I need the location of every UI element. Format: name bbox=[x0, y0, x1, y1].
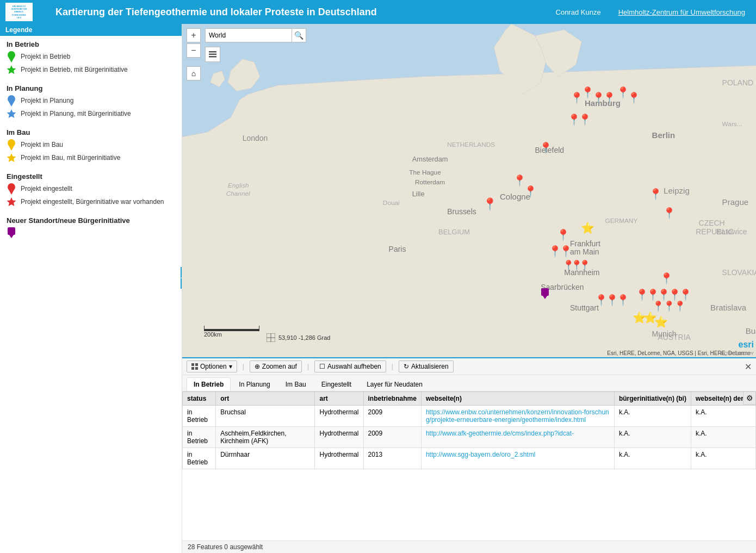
table-container[interactable]: ⚙ status ort art inbetriebnahme webseite… bbox=[182, 392, 756, 540]
webseite-link[interactable]: http://www.afk-geothermie.de/cms/index.p… bbox=[426, 430, 574, 437]
svg-text:POLAND: POLAND bbox=[722, 78, 753, 87]
clear-selection-button[interactable]: ☐ Auswahl aufheben bbox=[314, 361, 386, 372]
coords-text: 53,910 -1,286 Grad bbox=[278, 334, 330, 341]
cell-webseite: https://www.enbw.co/unternehmen/konzern/… bbox=[421, 406, 614, 427]
marker-red-muc1[interactable]: 📍 bbox=[652, 300, 664, 312]
marker-green-stutt[interactable]: 📍 bbox=[579, 259, 591, 271]
webseite-link[interactable]: http://www.sgg-bayern.de/oro_2.shtml bbox=[426, 451, 535, 458]
zoom-to-button[interactable]: ⊕ Zoomen auf bbox=[250, 361, 302, 372]
marker-green-8[interactable]: 📍 bbox=[524, 185, 537, 198]
tab-im-bau[interactable]: Im Bau bbox=[278, 377, 313, 391]
marker-green-muc5[interactable]: 📍 bbox=[679, 288, 692, 301]
page-title: Kartierung der Tiefengeothermie und loka… bbox=[55, 7, 549, 18]
marker-green-6[interactable]: 📍 bbox=[627, 91, 641, 104]
yellow-pin-icon bbox=[7, 140, 16, 150]
zoom-in-button[interactable]: + bbox=[187, 28, 201, 42]
separator-1: | bbox=[243, 363, 244, 370]
scale-bar: 200km bbox=[204, 326, 259, 338]
table-settings-button[interactable]: ⚙ bbox=[743, 392, 756, 405]
main-layout: Legende In Betrieb Projekt in Betrieb Pr… bbox=[0, 24, 756, 553]
table-tabs: In Betrieb In Planung Im Bau Eingestellt… bbox=[182, 375, 756, 392]
marker-red-star-muc[interactable]: ⭐ bbox=[654, 315, 668, 328]
map-search: 🔍 bbox=[205, 28, 306, 42]
close-panel-button[interactable]: ✕ bbox=[745, 362, 752, 372]
marker-blue-east[interactable]: 📍 bbox=[649, 188, 662, 201]
marker-blue-2[interactable]: 📍 bbox=[578, 113, 592, 126]
marker-red-cologne[interactable]: 📍 bbox=[482, 197, 497, 212]
svg-rect-55 bbox=[541, 288, 549, 296]
cell-status: in Betrieb bbox=[183, 448, 216, 469]
legend-section-eingestellt: Eingestellt Projekt eingestellt Projekt … bbox=[0, 168, 182, 212]
cell-webseite: http://www.afk-geothermie.de/cms/index.p… bbox=[421, 427, 614, 448]
coords-icon bbox=[267, 333, 275, 342]
clear-icon: ☐ bbox=[319, 363, 325, 370]
zoom-out-button[interactable]: − bbox=[187, 44, 201, 58]
tab-in-betrieb[interactable]: In Betrieb bbox=[187, 377, 231, 391]
legend-label-planung-pin: Projekt in Planung bbox=[21, 97, 73, 104]
legend-label-eingestellt-star: Projekt eingestellt, Bürgerinitiative wa… bbox=[21, 198, 164, 206]
col-header-bi: bürgerinitiative(n) (bi) bbox=[614, 392, 691, 406]
marker-green-4[interactable]: 📍 bbox=[603, 91, 616, 104]
svg-text:Rotterdam: Rotterdam bbox=[415, 178, 445, 186]
zoom-to-label: Zoomen auf bbox=[262, 363, 297, 370]
col-header-ort: ort bbox=[216, 392, 315, 406]
refresh-icon: ↻ bbox=[404, 363, 409, 370]
options-button[interactable]: Optionen ▾ bbox=[187, 361, 237, 372]
marker-red-muc2[interactable]: 📍 bbox=[663, 300, 675, 312]
svg-text:Berlin: Berlin bbox=[652, 131, 676, 140]
marker-red-muc3[interactable]: 📍 bbox=[674, 300, 686, 312]
svg-rect-59 bbox=[191, 367, 194, 370]
col-header-status: status bbox=[183, 392, 216, 406]
refresh-button[interactable]: ↻ Aktualisieren bbox=[399, 361, 454, 372]
sidebar-header: Legende bbox=[0, 24, 182, 36]
svg-rect-58 bbox=[195, 363, 198, 366]
tab-eingestellt[interactable]: Eingestellt bbox=[314, 377, 358, 391]
legend-item-bau-star: Projekt im Bau, mit Bürgerinitiative bbox=[7, 153, 175, 163]
options-label: Optionen bbox=[200, 363, 227, 370]
svg-marker-56 bbox=[543, 296, 547, 299]
svg-text:Channel: Channel bbox=[226, 190, 250, 197]
map-container: English Channel London NETHERLANDS Amste… bbox=[182, 24, 756, 553]
marker-green-south[interactable]: 📍 bbox=[660, 272, 673, 285]
svg-marker-8 bbox=[7, 153, 16, 162]
home-button[interactable]: ⌂ bbox=[187, 66, 201, 80]
svg-point-0 bbox=[8, 51, 15, 59]
cell-bi-web: k.A. bbox=[691, 427, 755, 448]
layer-list-button[interactable] bbox=[205, 47, 220, 62]
tab-layer-neudaten[interactable]: Layer für Neudaten bbox=[360, 377, 430, 391]
svg-text:Wars...: Wars... bbox=[722, 120, 742, 128]
legend-label-betrieb-star: Projekt in Betrieb, mit Bürgerinitiative bbox=[21, 66, 128, 73]
marker-blue-south2[interactable]: 📍 bbox=[616, 294, 630, 307]
legend-label-eingestellt-pin: Projekt eingestellt bbox=[21, 185, 72, 192]
table-row: in Betrieb Aschheim,Feldkirchen, Kirchhe… bbox=[183, 427, 756, 448]
svg-text:REPUBLIC: REPUBLIC bbox=[696, 227, 734, 236]
svg-point-6 bbox=[8, 139, 15, 147]
refresh-label: Aktualisieren bbox=[411, 363, 449, 370]
tab-in-planung[interactable]: In Planung bbox=[232, 377, 277, 391]
webseite-link[interactable]: https://www.enbw.co/unternehmen/konzern/… bbox=[426, 408, 609, 424]
scale-label: 200km bbox=[204, 331, 222, 338]
section-title-in-planung: In Planung bbox=[7, 84, 175, 92]
marker-blue-frankfurt[interactable]: 📍 bbox=[556, 228, 570, 241]
legend-item-eingestellt-star: Projekt eingestellt, Bürgerinitiative wa… bbox=[7, 197, 175, 207]
svg-text:Bratislava: Bratislava bbox=[710, 303, 747, 312]
marker-red-star[interactable]: ⭐ bbox=[581, 221, 594, 234]
institute-link[interactable]: Helmholtz-Zentrum für Umweltforschung bbox=[618, 8, 745, 16]
marker-blue-se[interactable]: 📍 bbox=[662, 207, 676, 220]
status-bar: 28 Features 0 ausgewählt bbox=[182, 540, 756, 553]
map-area[interactable]: English Channel London NETHERLANDS Amste… bbox=[182, 24, 756, 357]
yellow-star-icon bbox=[7, 153, 16, 163]
cell-ort: Dürrnhaar bbox=[216, 448, 315, 469]
marker-purple-pin[interactable] bbox=[541, 288, 549, 301]
esri-logo: esri bbox=[739, 340, 754, 350]
svg-text:Douai: Douai bbox=[383, 199, 400, 207]
svg-text:Amsterdam: Amsterdam bbox=[412, 155, 448, 163]
marker-blue-mann2[interactable]: 📍 bbox=[559, 245, 573, 258]
search-input[interactable] bbox=[205, 28, 292, 42]
svg-rect-50 bbox=[209, 54, 216, 55]
search-button[interactable]: 🔍 bbox=[292, 28, 306, 42]
options-toolbar: Optionen ▾ | ⊕ Zoomen auf | ☐ Auswahl au… bbox=[182, 358, 756, 375]
marker-red-1[interactable]: 📍 bbox=[539, 141, 553, 154]
green-pin-icon bbox=[7, 52, 16, 61]
legend-section-neuer-standort: Neuer Standort/neue Bürgerinitiative bbox=[0, 212, 182, 243]
